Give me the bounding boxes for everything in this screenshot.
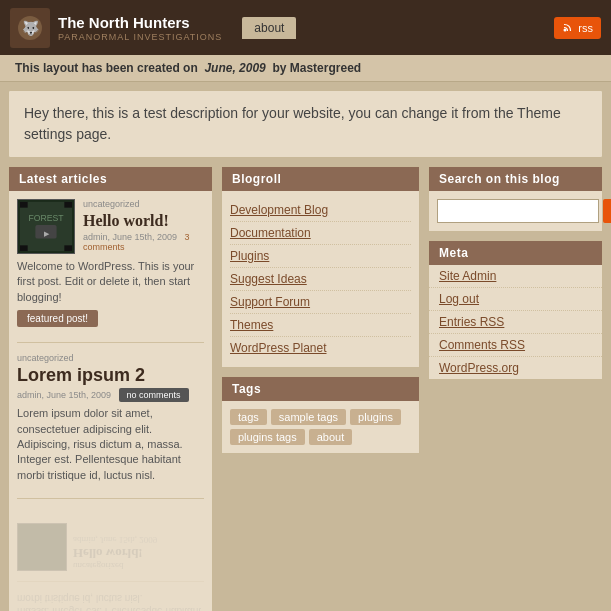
search-widget: Search on this blog Search	[428, 166, 603, 232]
tag-2[interactable]: plugins	[350, 409, 401, 425]
rss-button[interactable]: rss	[554, 17, 601, 39]
site-header: 🐺 The North Hunters PARANORMAL INVESTIGA…	[0, 0, 611, 55]
rss-icon	[562, 21, 574, 35]
tagline-prefix: This layout has been created on	[15, 61, 198, 75]
meta-title: Meta	[429, 241, 602, 265]
meta-content: Site Admin Log out Entries RSS Comments …	[429, 265, 602, 379]
meta-widget: Meta Site Admin Log out Entries RSS Comm…	[428, 240, 603, 380]
tag-1[interactable]: sample tags	[271, 409, 346, 425]
svg-rect-2	[562, 21, 574, 33]
middle-column: Blogroll Development Blog Documentation …	[221, 166, 420, 611]
tags-widget: Tags tags sample tags plugins plugins ta…	[221, 376, 420, 454]
site-title: The North Hunters	[58, 14, 222, 32]
left-column: Latest articles FOREST ▶	[8, 166, 213, 611]
blogroll-widget: Blogroll Development Blog Documentation …	[221, 166, 420, 368]
svg-text:🐺: 🐺	[22, 20, 40, 37]
no-comments-btn[interactable]: no comments	[119, 388, 189, 402]
tags-content: tags sample tags plugins plugins tags ab…	[222, 401, 419, 453]
svg-rect-12	[64, 245, 72, 251]
tag-3[interactable]: plugins tags	[230, 429, 305, 445]
site-logo: 🐺 The North Hunters PARANORMAL INVESTIGA…	[10, 8, 222, 48]
nav-area: about	[242, 17, 296, 39]
article-category-1: uncategorized	[83, 199, 204, 209]
search-button[interactable]: Search	[603, 199, 611, 223]
article-excerpt-2: Lorem ipsum dolor sit amet, consectetuer…	[17, 406, 204, 483]
blogroll-link-1[interactable]: Documentation	[230, 222, 411, 245]
latest-articles-title: Latest articles	[9, 167, 212, 191]
meta-link-1[interactable]: Log out	[429, 288, 602, 311]
article-meta-1: uncategorized Hello world! admin, June 1…	[83, 199, 204, 254]
blogroll-link-5[interactable]: Themes	[230, 314, 411, 337]
svg-rect-9	[20, 202, 28, 208]
search-title: Search on this blog	[429, 167, 602, 191]
blogroll-link-3[interactable]: Suggest Ideas	[230, 268, 411, 291]
tag-4[interactable]: about	[309, 429, 353, 445]
logo-icon: 🐺	[10, 8, 50, 48]
article-title-2[interactable]: Lorem ipsum 2	[17, 365, 204, 386]
description-box: Hey there, this is a test description fo…	[8, 90, 603, 158]
article-thumb-row-1: FOREST ▶ uncategorized Hello w	[17, 199, 204, 254]
svg-rect-10	[64, 202, 72, 208]
blogroll-link-6[interactable]: WordPress Planet	[230, 337, 411, 359]
svg-point-3	[564, 28, 567, 31]
svg-text:FOREST: FOREST	[28, 213, 64, 223]
blogroll-title: Blogroll	[222, 167, 419, 191]
featured-post-button[interactable]: featured post!	[17, 310, 98, 327]
latest-articles-content: FOREST ▶ uncategorized Hello w	[9, 191, 212, 611]
meta-link-2[interactable]: Entries RSS	[429, 311, 602, 334]
meta-link-0[interactable]: Site Admin	[429, 265, 602, 288]
article-reflection: uncategorized Lorem ipsum 2 admin, June …	[17, 509, 204, 611]
svg-rect-11	[20, 245, 28, 251]
tags-title: Tags	[222, 377, 419, 401]
meta-link-4[interactable]: WordPress.org	[429, 357, 602, 379]
article-excerpt-1: Welcome to WordPress. This is your first…	[17, 259, 204, 305]
search-input[interactable]	[437, 199, 599, 223]
tagline-suffix: by Mastergreed	[272, 61, 361, 75]
nav-tab-about[interactable]: about	[242, 17, 296, 39]
right-column: Search on this blog Search Meta Site Adm…	[428, 166, 603, 611]
tag-0[interactable]: tags	[230, 409, 267, 425]
blogroll-link-2[interactable]: Plugins	[230, 245, 411, 268]
article-item-1: FOREST ▶ uncategorized Hello w	[17, 199, 204, 343]
article-category-2: uncategorized	[17, 353, 204, 363]
article-thumb-1: FOREST ▶	[17, 199, 75, 254]
article-title-1[interactable]: Hello world!	[83, 211, 204, 230]
article-item-2: uncategorized Lorem ipsum 2 admin, June …	[17, 353, 204, 499]
blogroll-link-0[interactable]: Development Blog	[230, 199, 411, 222]
latest-articles-widget: Latest articles FOREST ▶	[8, 166, 213, 611]
blogroll-content: Development Blog Documentation Plugins S…	[222, 191, 419, 367]
rss-label: rss	[578, 22, 593, 34]
blogroll-link-4[interactable]: Support Forum	[230, 291, 411, 314]
main-area: Latest articles FOREST ▶	[0, 166, 611, 611]
tagline-bar: This layout has been created on June, 20…	[0, 55, 611, 82]
search-row: Search	[429, 191, 602, 231]
article-date-2: admin, June 15th, 2009 no comments	[17, 388, 204, 402]
description-text: Hey there, this is a test description fo…	[24, 105, 561, 142]
meta-link-3[interactable]: Comments RSS	[429, 334, 602, 357]
site-subtitle: PARANORMAL INVESTIGATIONS	[58, 32, 222, 42]
article-date-1: admin, June 15th, 2009 3 comments	[83, 232, 204, 252]
site-title-block: The North Hunters PARANORMAL INVESTIGATI…	[58, 14, 222, 42]
tagline-date: June, 2009	[204, 61, 265, 75]
